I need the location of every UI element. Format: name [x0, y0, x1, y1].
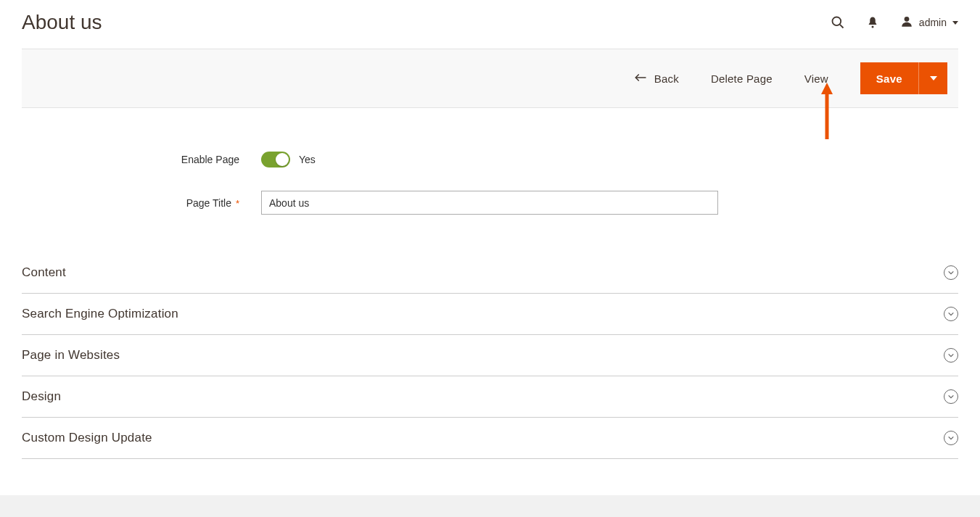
section-title: Design — [22, 389, 61, 404]
chevron-down-icon — [944, 307, 958, 321]
svg-marker-6 — [821, 83, 833, 94]
enable-page-label: Enable Page — [22, 154, 261, 165]
save-dropdown-button[interactable] — [918, 62, 947, 94]
annotation-arrow-icon — [820, 83, 834, 141]
section-content[interactable]: Content — [22, 252, 958, 294]
section-title: Content — [22, 265, 66, 280]
section-custom-design-update[interactable]: Custom Design Update — [22, 418, 958, 459]
chevron-down-icon — [944, 389, 958, 404]
section-list: Content Search Engine Optimization Page … — [0, 252, 980, 488]
section-page-in-websites[interactable]: Page in Websites — [22, 335, 958, 376]
admin-account-menu[interactable]: admin — [900, 15, 958, 30]
enable-page-value: Yes — [299, 154, 316, 165]
section-title: Search Engine Optimization — [22, 307, 178, 321]
section-design[interactable]: Design — [22, 376, 958, 418]
svg-point-0 — [832, 17, 841, 26]
notifications-icon[interactable] — [865, 15, 880, 30]
delete-page-button[interactable]: Delete Page — [711, 73, 773, 85]
page-title-input[interactable] — [261, 191, 718, 215]
back-label: Back — [654, 73, 679, 85]
svg-line-1 — [840, 25, 844, 28]
footer-bar — [0, 495, 980, 517]
save-button[interactable]: Save — [860, 62, 918, 94]
page-title: About us — [22, 11, 102, 34]
page-title-label: Page Title* — [22, 197, 261, 209]
enable-page-toggle[interactable] — [261, 152, 290, 167]
svg-point-2 — [871, 26, 873, 28]
section-title: Page in Websites — [22, 348, 120, 363]
svg-point-3 — [904, 16, 909, 21]
caret-down-icon — [952, 21, 958, 25]
section-seo[interactable]: Search Engine Optimization — [22, 294, 958, 335]
user-icon — [900, 15, 913, 30]
action-bar: Back Delete Page View Save — [22, 49, 958, 108]
back-button[interactable]: Back — [634, 73, 679, 85]
triangle-down-icon — [930, 76, 937, 80]
admin-user-label: admin — [919, 17, 947, 28]
search-icon[interactable] — [831, 15, 845, 30]
delete-page-label: Delete Page — [711, 73, 773, 85]
chevron-down-icon — [944, 431, 958, 445]
chevron-down-icon — [944, 265, 958, 280]
section-title: Custom Design Update — [22, 431, 152, 445]
chevron-down-icon — [944, 348, 958, 363]
arrow-left-icon — [634, 73, 647, 85]
